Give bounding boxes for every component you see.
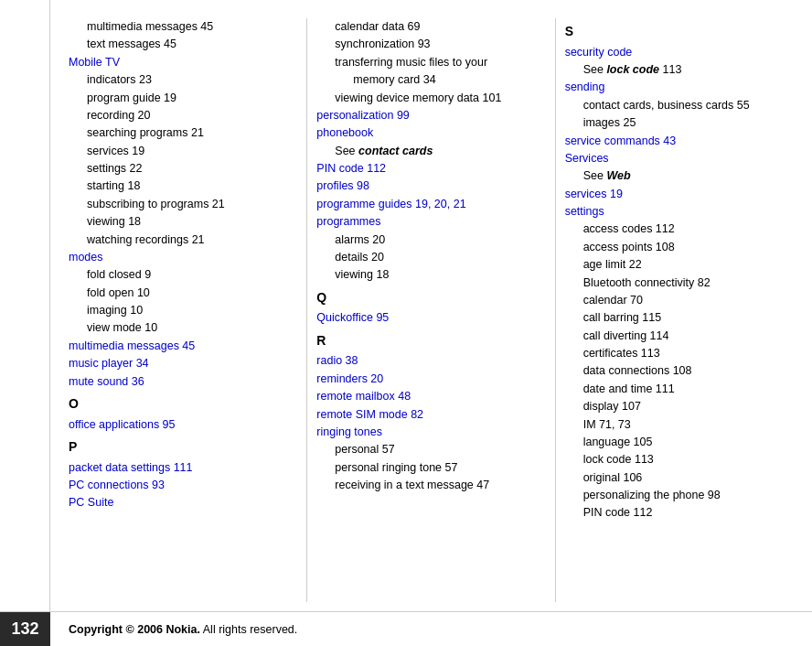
section-letter: O (69, 394, 297, 415)
index-sub-item: synchronization 93 (316, 36, 545, 53)
page-number: 132 (0, 612, 50, 646)
index-top-level: profiles 98 (316, 178, 545, 195)
section-letter: Q (316, 288, 545, 308)
index-sub-item-italic: See contact cards (316, 143, 545, 160)
index-sub-item: settings 22 (69, 160, 297, 178)
index-sub-item: calendar 70 (565, 292, 794, 309)
index-sub-item: watching recordings 21 (69, 231, 297, 249)
footer-copyright: Copyright © 2006 Nokia. All rights reser… (50, 623, 297, 636)
index-sub-item: fold closed 9 (69, 266, 297, 284)
index-top-level: music player 34 (69, 355, 297, 372)
index-sub-item: text messages 45 (69, 36, 297, 53)
index-sub-item: searching programs 21 (69, 124, 297, 142)
section-letter: R (316, 331, 545, 351)
index-top-level: multimedia messages 45 (69, 338, 297, 355)
index-sub-item: age limit 22 (565, 256, 794, 274)
section-letter: P (69, 437, 297, 458)
column-3: Ssecurity codeSee lock code 113sendingco… (556, 18, 803, 602)
index-sub-item: viewing device memory data 101 (316, 90, 545, 107)
index-sub-item: view mode 10 (69, 319, 297, 337)
index-sub-item: multimedia messages 45 (69, 18, 297, 36)
index-sub-item: PIN code 112 (565, 504, 794, 522)
index-sub-item: certificates 113 (565, 345, 794, 362)
index-sub-sub-item: memory card 34 (316, 71, 545, 89)
index-sub-item: date and time 111 (565, 381, 794, 398)
index-sub-item: contact cards, business cards 55 (565, 97, 794, 114)
index-top-level: remote SIM mode 82 (316, 406, 545, 424)
index-sub-item: alarms 20 (316, 231, 545, 249)
index-sub-item: subscribing to programs 21 (69, 196, 297, 213)
footer: 132 Copyright © 2006 Nokia. All rights r… (0, 611, 812, 646)
index-top-level: reminders 20 (316, 371, 545, 388)
index-sub-item: details 20 (316, 249, 545, 266)
index-sub-item: original 106 (565, 469, 794, 487)
index-sub-item: access points 108 (565, 239, 794, 256)
index-sub-item: recording 20 (69, 107, 297, 124)
index-top-level: modes (69, 249, 297, 266)
index-sub-item: receiving in a text message 47 (316, 477, 545, 494)
index-top-level: Services (565, 150, 794, 167)
index-sub-item: viewing 18 (316, 266, 545, 284)
index-sub-item: services 19 (69, 143, 297, 160)
index-sub-item: personal 57 (316, 441, 545, 458)
left-margin (0, 0, 50, 611)
index-sub-item-italic: See lock code 113 (565, 61, 794, 79)
index-top-level: Mobile TV (69, 54, 297, 71)
index-top-level: service commands 43 (565, 133, 794, 150)
index-sub-item: starting 18 (69, 178, 297, 195)
index-top-level: programme guides 19, 20, 21 (316, 196, 545, 213)
index-top-level: phonebook (316, 124, 545, 142)
index-sub-item: call barring 115 (565, 309, 794, 327)
index-top-level: office applications 95 (69, 416, 297, 434)
index-top-level: mute sound 36 (69, 373, 297, 391)
index-sub-item: images 25 (565, 114, 794, 132)
index-top-level: security code (565, 44, 794, 61)
index-top-level: personalization 99 (316, 107, 545, 124)
index-sub-item: fold open 10 (69, 285, 297, 302)
content-area: multimedia messages 45text messages 45Mo… (50, 0, 812, 611)
index-sub-item: calendar data 69 (316, 18, 545, 36)
index-sub-item: program guide 19 (69, 90, 297, 107)
index-top-level: PC Suite (69, 494, 297, 511)
index-top-level: radio 38 (316, 352, 545, 370)
index-sub-item: personalizing the phone 98 (565, 487, 794, 504)
index-sub-item-italic: See Web (565, 167, 794, 185)
index-sub-item: data connections 108 (565, 362, 794, 380)
column-1: multimedia messages 45text messages 45Mo… (59, 18, 307, 602)
index-top-level: settings (565, 203, 794, 221)
index-top-level: remote mailbox 48 (316, 388, 545, 405)
index-sub-item: call diverting 114 (565, 328, 794, 345)
index-top-level: packet data settings 111 (69, 459, 297, 477)
index-sub-item: lock code 113 (565, 451, 794, 468)
index-sub-item: access codes 112 (565, 221, 794, 238)
index-sub-item: IM 71, 73 (565, 416, 794, 434)
index-top-level: PIN code 112 (316, 160, 545, 178)
index-sub-item: language 105 (565, 434, 794, 451)
column-2: calendar data 69synchronization 93transf… (307, 18, 555, 602)
index-sub-item: Bluetooth connectivity 82 (565, 275, 794, 292)
index-top-level: services 19 (565, 186, 794, 203)
index-sub-item: viewing 18 (69, 213, 297, 231)
index-sub-item: imaging 10 (69, 302, 297, 319)
section-letter: S (565, 22, 794, 42)
index-sub-item: display 107 (565, 398, 794, 415)
index-top-level: Quickoffice 95 (316, 309, 545, 327)
index-sub-item: indicators 23 (69, 71, 297, 89)
index-top-level: programmes (316, 213, 545, 231)
index-top-level: PC connections 93 (69, 477, 297, 494)
index-sub-item: transferring music files to your (316, 54, 545, 71)
index-top-level: ringing tones (316, 424, 545, 441)
index-sub-item: personal ringing tone 57 (316, 459, 545, 477)
index-top-level: sending (565, 79, 794, 96)
